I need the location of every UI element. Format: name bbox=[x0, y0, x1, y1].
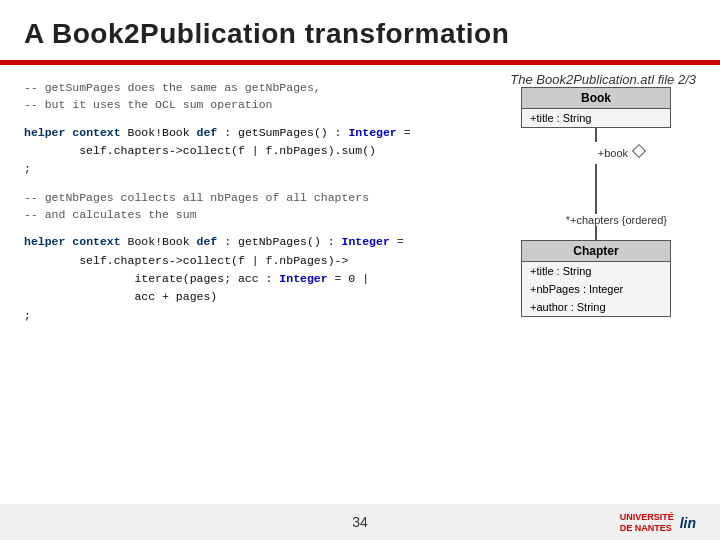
page-number: 34 bbox=[352, 514, 368, 530]
connector-line-1 bbox=[595, 128, 597, 142]
comment-1: -- getSumPages does the same as getNbPag… bbox=[24, 79, 476, 96]
code-block-1: helper context Book!Book def : getSumPag… bbox=[24, 124, 476, 179]
code-block-2: helper context Book!Book def : getNbPage… bbox=[24, 233, 476, 325]
chapter-uml-attr-1: +title : String bbox=[522, 262, 670, 280]
code-line-3: helper context Book!Book def : getNbPage… bbox=[24, 233, 476, 251]
slide-title: A Book2Publication transformation bbox=[24, 18, 509, 49]
file-label: The Book2Publication.atl file 2/3 bbox=[510, 72, 696, 87]
slide: A Book2Publication transformation The Bo… bbox=[0, 0, 720, 540]
chapter-uml-box: Chapter +title : String +nbPages : Integ… bbox=[521, 240, 671, 317]
book-uml-attr: +title : String bbox=[522, 109, 670, 127]
book-uml-box: Book +title : String bbox=[521, 87, 671, 128]
connector-line-2 bbox=[595, 164, 597, 214]
code-panel: -- getSumPages does the same as getNbPag… bbox=[24, 79, 476, 325]
title-bar: A Book2Publication transformation bbox=[0, 0, 720, 60]
chapter-uml-header: Chapter bbox=[522, 241, 670, 262]
comment-3: -- getNbPages collects all nbPages of al… bbox=[24, 189, 476, 206]
uml-connector-top: +book *+chapters {ordered} bbox=[521, 128, 671, 240]
uml-diagram: Book +title : String +book *+chapters {o… bbox=[496, 87, 696, 317]
chapter-uml-attr-3: +author : String bbox=[522, 298, 670, 316]
multiplicity-label: *+chapters {ordered} bbox=[521, 214, 671, 226]
logo-area: UNIVERSITÉDE NANTES lin bbox=[620, 512, 696, 534]
code-line-1: helper context Book!Book def : getSumPag… bbox=[24, 124, 476, 142]
book-uml-header: Book bbox=[522, 88, 670, 109]
semicolon-2: ; bbox=[24, 307, 476, 325]
bottom-bar: 34 UNIVERSITÉDE NANTES lin bbox=[0, 504, 720, 540]
content-area: -- getSumPages does the same as getNbPag… bbox=[0, 65, 720, 325]
chapter-uml-attr-2: +nbPages : Integer bbox=[522, 280, 670, 298]
university-logo: UNIVERSITÉDE NANTES bbox=[620, 512, 674, 534]
assoc-label-book: +book bbox=[548, 147, 628, 159]
comment-4: -- and calculates the sum bbox=[24, 206, 476, 223]
semicolon-1: ; bbox=[24, 160, 476, 178]
uml-diamond bbox=[632, 144, 646, 158]
comment-2: -- but it uses the OCL sum operation bbox=[24, 96, 476, 113]
code-line-4: self.chapters->collect(f | f.nbPages)-> bbox=[24, 252, 476, 270]
uml-panel: Book +title : String +book *+chapters {o… bbox=[496, 79, 696, 325]
lina-logo: lin bbox=[680, 515, 696, 531]
connector-line-3 bbox=[595, 226, 597, 240]
code-line-5: iterate(pages; acc : Integer = 0 | bbox=[24, 270, 476, 288]
connector-with-label: +book bbox=[548, 142, 644, 164]
code-line-6: acc + pages) bbox=[24, 288, 476, 306]
code-line-2: self.chapters->collect(f | f.nbPages).su… bbox=[24, 142, 476, 160]
